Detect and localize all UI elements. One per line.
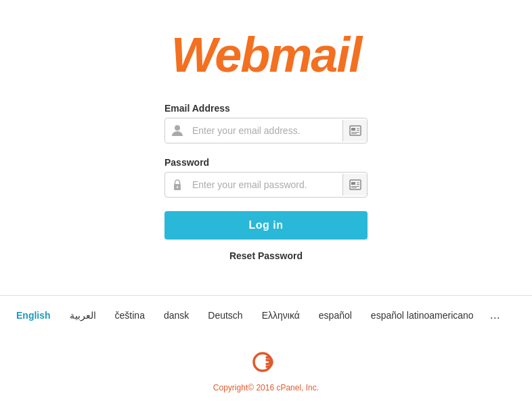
password-label: Password [164, 157, 368, 168]
email-input-wrapper [164, 118, 368, 143]
cpanel-logo [252, 348, 280, 379]
main-content: Webmail Email Address [0, 0, 532, 275]
svg-rect-10 [351, 182, 355, 185]
language-item[interactable]: español latinoamericano [361, 307, 483, 323]
language-item[interactable]: español [309, 307, 361, 323]
language-more-button[interactable]: ... [483, 305, 507, 325]
email-input[interactable] [190, 118, 342, 143]
password-autofill-icon[interactable] [342, 174, 367, 196]
password-input[interactable] [190, 173, 342, 197]
language-item[interactable]: Ελληνικά [252, 307, 309, 323]
user-icon [165, 125, 190, 137]
copyright-text: Copyright© 2016 cPanel, Inc. [213, 383, 319, 392]
password-field-group: Password [164, 157, 368, 198]
language-item[interactable]: čeština [106, 307, 154, 323]
svg-point-0 [175, 125, 180, 131]
logo-container: Webmail [171, 27, 361, 83]
language-bar: EnglishالعربيةčeštinadanskDeutschΕλληνικ… [0, 295, 532, 334]
svg-point-15 [254, 353, 271, 371]
email-autofill-icon[interactable] [342, 120, 367, 141]
svg-rect-2 [351, 128, 355, 131]
reset-password-link[interactable]: Reset Password [229, 250, 303, 261]
login-button[interactable]: Log in [164, 211, 368, 240]
svg-point-8 [177, 186, 178, 187]
language-item[interactable]: English [14, 307, 60, 323]
language-item[interactable]: العربية [60, 307, 106, 323]
lock-icon [165, 179, 190, 191]
login-form: Email Address [164, 103, 368, 261]
password-input-wrapper [164, 172, 368, 198]
language-item[interactable]: dansk [154, 307, 198, 323]
email-label: Email Address [164, 103, 368, 114]
app-logo: Webmail [171, 28, 361, 82]
email-field-group: Email Address [164, 103, 368, 143]
language-item[interactable]: Deutsch [198, 307, 252, 323]
footer: Copyright© 2016 cPanel, Inc. [0, 334, 532, 406]
